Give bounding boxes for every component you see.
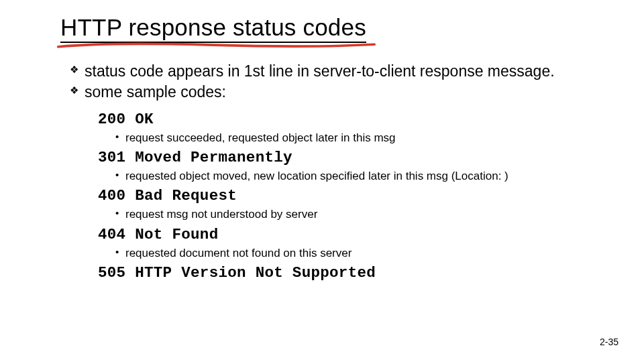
status-code-301: 301 Moved Permanently [98, 149, 584, 166]
status-code-400: 400 Bad Request [98, 187, 584, 204]
status-code-200: 200 OK [98, 111, 584, 128]
slide-title: HTTP response status codes [60, 13, 366, 43]
status-code-desc-text: requested object moved, new location spe… [115, 169, 584, 183]
bullet-list: status code appears in 1st line in serve… [70, 62, 584, 103]
status-code-404: 404 Not Found [98, 226, 584, 243]
status-code-505: 505 HTTP Version Not Supported [98, 264, 584, 282]
title-wrap: HTTP response status codes [60, 13, 366, 43]
status-code-400-desc: request msg not understood by server [115, 207, 584, 221]
status-code-list: 200 OK request succeeded, requested obje… [98, 111, 584, 282]
status-code-desc-text: request succeeded, requested object late… [115, 131, 584, 145]
status-code-200-desc: request succeeded, requested object late… [115, 131, 584, 145]
status-code-desc-text: requested document not found on this ser… [115, 246, 584, 260]
bullet-item: status code appears in 1st line in serve… [70, 62, 584, 81]
status-code-404-desc: requested document not found on this ser… [115, 246, 584, 260]
status-code-301-desc: requested object moved, new location spe… [115, 169, 584, 183]
status-code-desc-text: request msg not understood by server [115, 207, 584, 221]
slide: HTTP response status codes status code a… [0, 0, 644, 282]
slide-number: 2-35 [600, 337, 619, 347]
bullet-item: some sample codes: [70, 82, 584, 102]
